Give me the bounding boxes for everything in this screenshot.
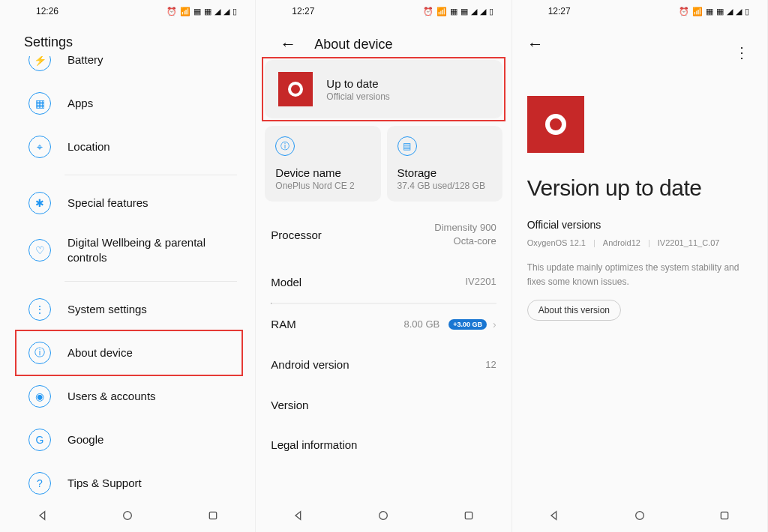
- svg-rect-1: [209, 512, 216, 519]
- separator: |: [648, 238, 650, 247]
- item-label: Digital Wellbeing & parental controls: [68, 235, 230, 265]
- signal-icon: ▦: [460, 7, 468, 16]
- update-subtitle: Official versions: [527, 219, 752, 231]
- wifi-icon: 📶: [436, 7, 447, 16]
- sidebar-item-location[interactable]: ⌖ Location: [21, 125, 237, 169]
- sidebar-item-system-settings[interactable]: ⋮ System settings: [21, 288, 237, 331]
- spec-label: Model: [271, 276, 302, 288]
- settings-list: ⚡ Battery ▦ Apps ⌖ Location ✱ Special fe…: [0, 56, 255, 532]
- about-version-button[interactable]: About this version: [527, 300, 621, 321]
- heart-icon: ♡: [28, 239, 51, 262]
- sidebar-item-apps[interactable]: ▦ Apps: [21, 82, 237, 125]
- update-title: Version up to date: [527, 175, 752, 201]
- ram-extension-badge: +3.00 GB: [448, 319, 487, 330]
- nav-recent-icon[interactable]: [207, 510, 219, 522]
- svg-rect-5: [722, 512, 728, 519]
- update-meta: OxygenOS 12.1 | Android12 | IV2201_11_C.…: [527, 238, 752, 247]
- spec-value: 12: [485, 358, 496, 372]
- nav-home-icon[interactable]: [634, 510, 646, 522]
- storage-card[interactable]: ▤ Storage 37.4 GB used/128 GB: [387, 126, 502, 202]
- spec-android-version[interactable]: Android version 12: [271, 345, 496, 385]
- nav-home-icon[interactable]: [377, 510, 389, 522]
- os-version: OxygenOS 12.1: [527, 238, 586, 247]
- status-icons: ⏰ 📶 ▦ ▦ ◢ ◢ ▯: [166, 7, 237, 16]
- back-button[interactable]: ←: [280, 34, 296, 54]
- sidebar-item-battery[interactable]: ⚡ Battery: [21, 56, 237, 82]
- spec-value: 8.00 GB: [404, 318, 440, 331]
- svg-point-0: [124, 512, 132, 520]
- battery-icon: ▯: [489, 7, 494, 16]
- sidebar-item-digital-wellbeing[interactable]: ♡ Digital Wellbeing & parental controls: [21, 225, 237, 275]
- location-icon: ⌖: [28, 136, 51, 158]
- item-label: Google: [68, 432, 104, 447]
- signal-icon: ▦: [204, 7, 212, 16]
- build-number: IV2201_11_C.07: [658, 238, 720, 247]
- sidebar-item-google[interactable]: G Google: [21, 418, 237, 462]
- more-menu-button[interactable]: ⋮: [734, 43, 749, 61]
- nav-back-icon[interactable]: [292, 510, 304, 522]
- item-label: Battery: [68, 56, 104, 67]
- battery-icon: ⚡: [28, 56, 51, 71]
- card-label: Device name: [275, 166, 354, 179]
- apps-icon: ▦: [28, 92, 51, 115]
- separator: |: [593, 238, 596, 247]
- spec-processor[interactable]: Processor Dimensity 900 Octa-core: [271, 208, 496, 262]
- signal-icon: ▦: [716, 7, 724, 16]
- alarm-icon: ⏰: [679, 7, 689, 16]
- nav-recent-icon[interactable]: [718, 510, 730, 522]
- vibrate-icon: ▦: [706, 7, 713, 16]
- update-subtitle: Official versions: [326, 91, 389, 102]
- item-label: Apps: [68, 96, 93, 111]
- wifi-icon: 📶: [692, 7, 703, 16]
- screen-settings: 12:26 ⏰ 📶 ▦ ▦ ◢ ◢ ▯ Settings ⚡ Battery ▦…: [0, 0, 256, 532]
- sidebar-item-special-features[interactable]: ✱ Special features: [21, 181, 237, 225]
- page-header: ← About device: [256, 22, 511, 60]
- svg-rect-3: [465, 512, 472, 519]
- update-card[interactable]: Up to date Official versions: [265, 60, 502, 118]
- signal-icon-2: ◢: [471, 7, 477, 16]
- spec-list: Processor Dimensity 900 Octa-core Model …: [256, 202, 511, 465]
- item-label: About device: [68, 345, 133, 360]
- divider: [64, 175, 237, 175]
- sidebar-item-users-accounts[interactable]: ◉ Users & accounts: [21, 375, 237, 418]
- device-name-card[interactable]: ⓘ Device name OnePlus Nord CE 2: [265, 126, 380, 202]
- svg-point-4: [635, 512, 644, 520]
- update-description: This update mainly optimizes the system …: [527, 261, 752, 289]
- spec-version[interactable]: Version: [271, 385, 496, 425]
- spec-value: IV2201: [465, 275, 496, 288]
- nav-back-icon[interactable]: [37, 510, 49, 522]
- item-label: Tips & Support: [68, 476, 142, 491]
- spec-legal[interactable]: Legal information: [271, 425, 496, 465]
- signal-icon-3: ◢: [736, 7, 742, 16]
- nav-recent-icon[interactable]: [463, 510, 475, 522]
- oneplus-logo-icon: [527, 96, 584, 153]
- storage-icon: ▤: [398, 136, 417, 156]
- back-button[interactable]: ←: [527, 34, 544, 54]
- svg-point-2: [380, 512, 388, 520]
- status-icons: ⏰ 📶 ▦ ▦ ◢ ◢ ▯: [423, 7, 494, 16]
- status-bar: 12:27 ⏰ 📶 ▦ ▦ ◢ ◢ ▯: [512, 0, 767, 22]
- wifi-icon: 📶: [180, 7, 190, 16]
- nav-home-icon[interactable]: [122, 510, 134, 522]
- spec-model[interactable]: Model IV2201: [271, 262, 496, 302]
- spec-value: Dimensity 900 Octa-core: [434, 221, 496, 248]
- update-body: Version up to date Official versions Oxy…: [512, 60, 767, 321]
- nav-bar: [256, 499, 511, 532]
- vibrate-icon: ▦: [194, 7, 201, 16]
- signal-icon-3: ◢: [480, 7, 486, 16]
- clock: 12:26: [36, 6, 58, 16]
- info-icon: ⓘ: [275, 136, 295, 156]
- sidebar-item-about-device[interactable]: ⓘ About device: [21, 331, 237, 375]
- clock: 12:27: [292, 6, 314, 16]
- signal-icon-2: ◢: [727, 7, 733, 16]
- signal-icon-3: ◢: [224, 7, 230, 16]
- item-label: Users & accounts: [68, 389, 156, 404]
- nav-back-icon[interactable]: [548, 510, 560, 522]
- spec-ram[interactable]: RAM 8.00 GB +3.00 GB ›: [271, 304, 496, 345]
- screen-about-device: 12:27 ⏰ 📶 ▦ ▦ ◢ ◢ ▯ ← About device Up to…: [256, 0, 512, 532]
- battery-icon: ▯: [232, 7, 237, 16]
- user-icon: ◉: [28, 385, 51, 408]
- page-header: ←: [512, 22, 767, 60]
- card-label: Storage: [398, 166, 485, 179]
- info-icon: ⓘ: [28, 342, 51, 364]
